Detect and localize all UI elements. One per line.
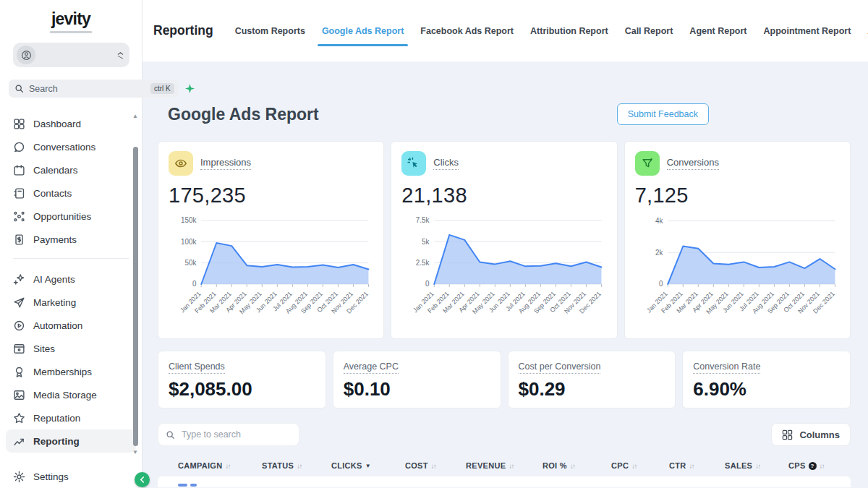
campaign-link-partial	[190, 484, 197, 487]
conversations-icon	[13, 141, 25, 153]
tab-agent-report[interactable]: Agent Report	[689, 26, 746, 36]
sidebar-item-payments[interactable]: Payments	[6, 228, 136, 251]
sidebar-item-opportunities[interactable]: Opportunities	[6, 205, 136, 228]
columns-button[interactable]: Columns	[771, 423, 851, 446]
tab-custom-reports[interactable]: Custom Reports	[235, 26, 305, 36]
sidebar-item-contacts[interactable]: Contacts	[6, 181, 136, 205]
scroll-up-icon[interactable]: ▲	[132, 113, 138, 119]
cursor-click-icon	[401, 151, 426, 176]
column-header-campaign[interactable]: CAMPAIGN ↓↑	[178, 461, 262, 470]
stat-card-cost-per-conversion: Cost per Conversion $0.29	[508, 351, 676, 408]
column-header-clicks[interactable]: CLICKS ▼	[331, 461, 405, 470]
sidebar-item-ai-agents[interactable]: AI Agents	[6, 267, 136, 291]
sidebar: jevity ctrl K Dashboard Convers	[0, 0, 142, 488]
search-input[interactable]	[29, 84, 145, 94]
stat-label[interactable]: Conversion Rate	[693, 361, 760, 374]
stat-card-average-cpc: Average CPC $0.10	[333, 351, 501, 408]
metric-label[interactable]: Clicks	[433, 157, 459, 170]
payments-icon	[13, 234, 25, 246]
sidebar-scrollbar[interactable]	[133, 147, 138, 446]
metric-chart-card: Impressions 175,235 050k100k150kJan 2021…	[158, 141, 384, 339]
sidebar-item-media-storage[interactable]: Media Storage	[6, 383, 136, 406]
memberships-icon	[13, 366, 25, 378]
stat-label[interactable]: Cost per Conversion	[519, 361, 601, 374]
sidebar-item-settings[interactable]: Settings	[6, 465, 136, 488]
funnel-icon	[635, 151, 660, 176]
tab-attribution-report[interactable]: Attribution Report	[530, 26, 608, 36]
dashboard-icon	[13, 118, 25, 130]
table-search-input[interactable]	[182, 429, 298, 440]
column-header-cpc[interactable]: CPC ↓↑	[611, 461, 669, 470]
tab-call-report[interactable]: Call Report	[625, 26, 673, 36]
svg-text:0: 0	[192, 280, 197, 288]
sidebar-item-calendars[interactable]: Calendars	[6, 158, 136, 181]
sidebar-item-label: Marketing	[33, 297, 76, 308]
svg-text:50k: 50k	[185, 259, 197, 267]
sort-icon: ↓↑	[570, 462, 575, 470]
metric-charts-row: Impressions 175,235 050k100k150kJan 2021…	[158, 141, 851, 339]
table-search[interactable]	[158, 423, 299, 446]
submit-feedback-button[interactable]: Submit Feedback	[617, 103, 709, 125]
sidebar-item-sites[interactable]: Sites	[6, 337, 136, 360]
column-header-cps[interactable]: CPS ?↓↑	[788, 461, 851, 470]
search-icon	[14, 84, 24, 93]
sidebar-item-dashboard[interactable]: Dashboard	[6, 112, 136, 135]
stat-label[interactable]: Average CPC	[344, 361, 399, 374]
metric-total-value: 175,235	[169, 184, 373, 207]
page-title: Reporting	[153, 23, 213, 38]
metric-total-value: 7,125	[635, 184, 840, 207]
svg-text:0: 0	[659, 280, 663, 288]
stat-label[interactable]: Client Spends	[169, 361, 225, 374]
column-header-revenue[interactable]: REVENUE ↓↑	[466, 461, 542, 470]
tab-google-ads-report[interactable]: Google Ads Report	[322, 26, 404, 36]
tab-facebook-ads-report[interactable]: Facebook Ads Report	[420, 26, 514, 36]
scroll-down-icon[interactable]: ▼	[132, 449, 138, 455]
opportunities-icon	[13, 210, 25, 223]
table-row[interactable]	[158, 476, 851, 487]
logo-tagline	[50, 31, 92, 33]
sidebar-item-label: Settings	[33, 471, 69, 482]
sidebar-item-automation[interactable]: Automation	[6, 314, 136, 337]
column-header-roi-[interactable]: ROI % ↓↑	[542, 461, 611, 470]
help-icon[interactable]: ?	[809, 462, 817, 470]
column-header-ctr[interactable]: CTR ↓↑	[669, 461, 725, 470]
sidebar-item-label: Conversations	[33, 142, 95, 153]
search-icon	[166, 430, 175, 440]
column-header-cost[interactable]: COST ↓↑	[405, 461, 466, 470]
metric-label[interactable]: Impressions	[200, 157, 251, 170]
metric-chart-card: Clicks 21,138 02.5k5k7.5kJan 2021Feb 202…	[391, 141, 617, 339]
sidebar-item-marketing[interactable]: Marketing	[6, 291, 136, 314]
area-chart: 02k4kJan 2021Feb 2021Mar 2021Apr 2021May…	[635, 209, 840, 319]
tab-appointment-report[interactable]: Appointment Report	[764, 26, 851, 36]
media-storage-icon	[13, 389, 25, 401]
sidebar-item-memberships[interactable]: Memberships	[6, 360, 136, 383]
report-heading: Google Ads Report	[168, 105, 319, 124]
columns-grid-icon	[782, 429, 793, 440]
metric-label[interactable]: Conversions	[667, 157, 719, 170]
stat-value: 6.90%	[693, 378, 840, 401]
svg-text:7.5k: 7.5k	[416, 216, 430, 224]
svg-text:2.5k: 2.5k	[416, 259, 430, 267]
sidebar-item-reputation[interactable]: Reputation	[6, 406, 136, 429]
area-chart: 050k100k150kJan 2021Feb 2021Mar 2021Apr …	[169, 209, 373, 319]
marketing-icon	[13, 296, 25, 309]
account-avatar-icon	[17, 46, 35, 64]
sort-icon: ↓↑	[755, 462, 760, 470]
gear-icon	[13, 471, 25, 483]
sort-icon: ↓↑	[297, 462, 302, 470]
stat-card-conversion-rate: Conversion Rate 6.90%	[682, 351, 851, 408]
sidebar-item-label: Dashboard	[33, 119, 81, 129]
column-header-sales[interactable]: SALES ↓↑	[725, 461, 788, 470]
sidebar-item-conversations[interactable]: Conversations	[6, 135, 136, 158]
top-navigation: Reporting Custom Reports Google Ads Repo…	[142, 0, 868, 61]
sidebar-item-reporting[interactable]: Reporting	[6, 429, 136, 453]
stat-value: $0.10	[344, 378, 490, 401]
column-header-status[interactable]: STATUS ↓↑	[262, 461, 331, 470]
app-logo: jevity	[0, 0, 142, 29]
table-header-row: CAMPAIGN ↓↑ STATUS ↓↑ CLICKS ▼ COST ↓↑ R…	[158, 456, 851, 475]
account-switcher[interactable]	[13, 43, 129, 67]
sidebar-item-label: Memberships	[33, 367, 92, 377]
sidebar-item-label: Automation	[33, 320, 82, 331]
sidebar-collapse-button[interactable]	[135, 472, 150, 487]
report-content: Google Ads Report Submit Feedback Impres…	[142, 61, 868, 488]
